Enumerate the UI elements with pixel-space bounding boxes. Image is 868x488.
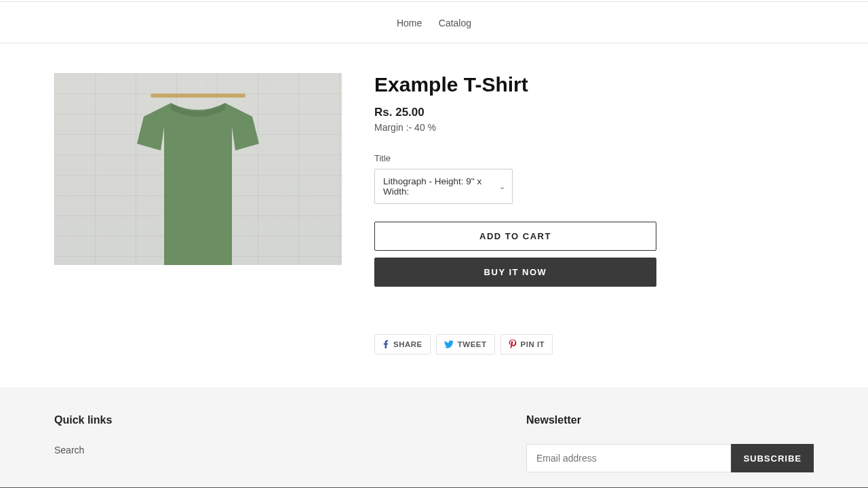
footer-newsletter: Newsletter SUBSCRIBE bbox=[526, 414, 814, 472]
product-margin: Margin :- 40 % bbox=[374, 122, 814, 133]
product-info: Example T-Shirt Rs. 25.00 Margin :- 40 %… bbox=[358, 73, 814, 354]
variant-selected-text: Lithograph - Height: 9" x Width: bbox=[383, 176, 481, 197]
share-twitter-button[interactable]: TWEET bbox=[436, 334, 495, 354]
newsletter-title: Newsletter bbox=[526, 414, 814, 426]
share-pinterest-button[interactable]: PIN IT bbox=[500, 334, 553, 354]
tweet-label: TWEET bbox=[458, 340, 487, 348]
tshirt-graphic bbox=[123, 96, 273, 265]
nav-home[interactable]: Home bbox=[397, 18, 422, 28]
site-footer: Quick links Search Newsletter SUBSCRIBE bbox=[0, 387, 868, 488]
chevron-down-icon: ⌄ bbox=[499, 182, 505, 191]
product-title: Example T-Shirt bbox=[374, 73, 814, 96]
facebook-icon bbox=[382, 340, 389, 348]
pinterest-icon bbox=[509, 340, 517, 349]
social-share-row: SHARE TWEET PIN IT bbox=[374, 334, 814, 354]
twitter-icon bbox=[444, 340, 454, 348]
email-input[interactable] bbox=[526, 444, 731, 472]
product-price: Rs. 25.00 bbox=[374, 106, 814, 119]
add-to-cart-button[interactable]: ADD TO CART bbox=[374, 222, 656, 251]
main-nav: Home Catalog bbox=[0, 17, 868, 29]
subscribe-button[interactable]: SUBSCRIBE bbox=[731, 444, 814, 472]
pin-label: PIN IT bbox=[521, 340, 545, 348]
share-label: SHARE bbox=[393, 340, 422, 348]
variant-label: Title bbox=[374, 153, 814, 163]
product-image bbox=[54, 73, 342, 265]
nav-catalog[interactable]: Catalog bbox=[439, 18, 471, 28]
quick-links-title: Quick links bbox=[54, 414, 112, 426]
footer-quick-links: Quick links Search bbox=[54, 414, 112, 472]
footer-search-link[interactable]: Search bbox=[54, 445, 84, 455]
share-facebook-button[interactable]: SHARE bbox=[374, 334, 431, 354]
product-section: Example T-Shirt Rs. 25.00 Margin :- 40 %… bbox=[54, 43, 814, 387]
variant-select[interactable]: Lithograph - Height: 9" x Width: ⌄ bbox=[374, 169, 513, 204]
site-header: Home Catalog bbox=[0, 2, 868, 43]
buy-now-button[interactable]: BUY IT NOW bbox=[374, 258, 656, 287]
